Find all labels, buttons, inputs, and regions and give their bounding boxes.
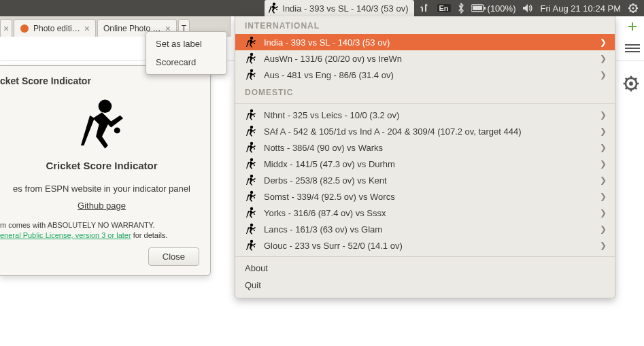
chevron-right-icon: ❯ bbox=[600, 70, 607, 80]
chevron-right-icon: ❯ bbox=[600, 159, 607, 169]
tab-title: Photo editi… bbox=[33, 24, 80, 33]
network-icon[interactable] bbox=[420, 3, 430, 13]
match-label: AusWn - 131/6 (20/20 ov) vs IreWn bbox=[264, 54, 402, 64]
cricket-indicator[interactable]: India - 393 vs SL - 140/3 (53 ov) bbox=[265, 0, 413, 16]
match-row[interactable]: Derbs - 253/8 (82.5 ov) vs Kent ❯ bbox=[235, 172, 615, 188]
match-row[interactable]: Yorks - 316/6 (87.4 ov) vs Sssx ❯ bbox=[235, 205, 615, 221]
cricket-icon bbox=[245, 158, 257, 170]
clock[interactable]: Fri Aug 21 10:24 PM bbox=[540, 3, 621, 14]
match-row[interactable]: Middx - 141/5 (47.3 ov) vs Durhm ❯ bbox=[235, 156, 615, 172]
match-row[interactable]: Lancs - 161/3 (63 ov) vs Glam ❯ bbox=[235, 221, 615, 237]
menu-item-scorecard[interactable]: Scorecard bbox=[146, 53, 226, 71]
svg-point-6 bbox=[632, 7, 634, 10]
match-label: Notts - 386/4 (90 ov) vs Warks bbox=[264, 143, 383, 153]
session-gear-icon[interactable] bbox=[628, 3, 639, 14]
app-name: Cricket Score Indicator bbox=[0, 160, 203, 179]
battery-text: (100%) bbox=[488, 3, 516, 14]
svg-point-7 bbox=[20, 24, 29, 33]
svg-rect-3 bbox=[473, 6, 482, 10]
bluetooth-icon[interactable] bbox=[458, 3, 464, 14]
menu-item-quit[interactable]: Quit bbox=[235, 277, 615, 294]
match-label: Glouc - 233 vs Surr - 52/0 (14.1 ov) bbox=[264, 241, 403, 251]
match-label: Nthnt - 325 vs Leics - 10/0 (3.2 ov) bbox=[264, 110, 399, 120]
volume-icon[interactable] bbox=[522, 3, 533, 13]
match-label: SAf A - 542 & 105/1d vs Ind A - 204 & 30… bbox=[264, 126, 521, 137]
about-dialog: cket Score Indicator Cricket Score Indic… bbox=[0, 65, 211, 276]
github-link[interactable]: Github page bbox=[0, 198, 203, 220]
match-row[interactable]: SAf A - 542 & 105/1d vs Ind A - 204 & 30… bbox=[235, 123, 615, 139]
match-label: India - 393 vs SL - 140/3 (53 ov) bbox=[264, 37, 390, 48]
match-label: Aus - 481 vs Eng - 86/6 (31.4 ov) bbox=[264, 70, 394, 80]
cricket-icon bbox=[245, 109, 257, 121]
match-row[interactable]: Somst - 339/4 (92.5 ov) vs Worcs ❯ bbox=[235, 188, 615, 205]
browser-tab[interactable]: Photo editi… × bbox=[14, 19, 96, 37]
match-label: Yorks - 316/6 (87.4 ov) vs Sssx bbox=[264, 208, 386, 218]
match-label: Lancs - 161/3 (63 ov) vs Glam bbox=[264, 224, 382, 235]
close-icon[interactable]: × bbox=[84, 23, 90, 34]
svg-point-9 bbox=[629, 82, 633, 86]
chevron-right-icon: ❯ bbox=[600, 54, 607, 63]
match-row[interactable]: Aus - 481 vs Eng - 86/6 (31.4 ov) ❯ bbox=[235, 67, 615, 83]
cricket-icon bbox=[245, 52, 257, 65]
app-logo bbox=[0, 92, 203, 160]
match-row[interactable]: Glouc - 233 vs Surr - 52/0 (14.1 ov) ❯ bbox=[235, 237, 615, 254]
chevron-right-icon: ❯ bbox=[600, 37, 607, 47]
menu-item-set-as-label[interactable]: Set as label bbox=[146, 35, 226, 53]
warranty-text: m comes with ABSOLUTELY NO WARRANTY. ene… bbox=[0, 220, 203, 241]
separator bbox=[235, 256, 615, 257]
license-link[interactable]: eneral Public License, version 3 or late… bbox=[0, 231, 131, 239]
chevron-right-icon: ❯ bbox=[600, 241, 607, 250]
match-label: Derbs - 253/8 (82.5 ov) vs Kent bbox=[264, 175, 387, 186]
browser-tab[interactable]: × bbox=[0, 19, 12, 37]
favicon-icon bbox=[20, 24, 29, 33]
chevron-right-icon: ❯ bbox=[600, 110, 607, 120]
window-title: cket Score Indicator bbox=[0, 73, 203, 92]
cricket-icon bbox=[245, 125, 257, 137]
chevron-right-icon: ❯ bbox=[600, 143, 607, 152]
browser-menu-button[interactable] bbox=[625, 41, 640, 56]
cricket-icon bbox=[245, 223, 257, 235]
match-label: Middx - 141/5 (47.3 ov) vs Durhm bbox=[264, 159, 395, 169]
menu-item-about[interactable]: About bbox=[235, 260, 615, 277]
keyboard-lang-indicator[interactable]: En bbox=[437, 4, 451, 12]
chevron-right-icon: ❯ bbox=[600, 224, 607, 234]
cricket-icon bbox=[245, 174, 257, 186]
indicator-dropdown: INTERNATIONAL India - 393 vs SL - 140/3 … bbox=[235, 16, 615, 298]
section-header-domestic: DOMESTIC bbox=[235, 83, 615, 101]
chevron-right-icon: ❯ bbox=[600, 126, 607, 136]
page-gear-icon[interactable] bbox=[622, 75, 640, 95]
cricket-icon bbox=[245, 207, 257, 219]
chevron-right-icon: ❯ bbox=[600, 208, 607, 218]
match-row[interactable]: Nthnt - 325 vs Leics - 10/0 (3.2 ov) ❯ bbox=[235, 107, 615, 123]
close-icon[interactable]: × bbox=[3, 23, 9, 34]
match-context-menu: Set as label Scorecard bbox=[146, 31, 227, 75]
chevron-right-icon: ❯ bbox=[600, 192, 607, 201]
match-row[interactable]: AusWn - 131/6 (20/20 ov) vs IreWn ❯ bbox=[235, 50, 615, 67]
app-description: es from ESPN website in your indicator p… bbox=[0, 179, 203, 198]
cricket-icon bbox=[267, 2, 279, 14]
svg-rect-4 bbox=[484, 7, 486, 10]
cricket-icon bbox=[245, 69, 257, 81]
section-header-international: INTERNATIONAL bbox=[235, 16, 615, 34]
cricket-icon bbox=[245, 141, 257, 154]
match-label: Somst - 339/4 (92.5 ov) vs Worcs bbox=[264, 192, 395, 202]
new-tab-button[interactable] bbox=[625, 19, 640, 34]
match-row[interactable]: India - 393 vs SL - 140/3 (53 ov) ❯ bbox=[235, 34, 615, 50]
match-row[interactable]: Notts - 386/4 (90 ov) vs Warks ❯ bbox=[235, 139, 615, 156]
separator bbox=[235, 103, 615, 104]
chevron-right-icon: ❯ bbox=[600, 175, 607, 185]
cricket-icon bbox=[245, 190, 257, 203]
battery-indicator[interactable]: (100%) bbox=[471, 3, 516, 14]
system-menubar: India - 393 vs SL - 140/3 (53 ov) En (10… bbox=[0, 0, 644, 16]
close-button[interactable]: Close bbox=[148, 247, 199, 266]
cricket-icon bbox=[245, 36, 257, 48]
cricket-icon bbox=[245, 239, 257, 252]
indicator-label: India - 393 vs SL - 140/3 (53 ov) bbox=[282, 3, 408, 14]
